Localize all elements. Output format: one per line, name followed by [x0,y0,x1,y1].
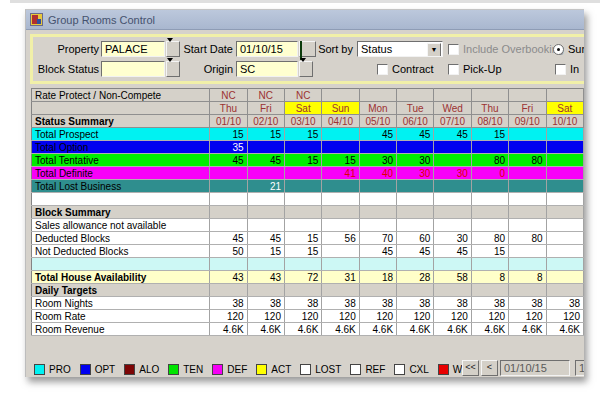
value-cell[interactable]: 38 [210,297,247,310]
value-cell[interactable] [509,167,546,180]
value-cell[interactable] [509,128,546,141]
value-cell[interactable] [546,284,583,297]
value-cell[interactable] [285,206,322,219]
value-cell[interactable]: 15 [471,128,508,141]
value-cell[interactable] [546,232,583,245]
pick-up-checkbox[interactable] [448,64,459,75]
start-date-field[interactable]: 01/10/15 [236,41,298,57]
value-cell[interactable] [285,193,322,206]
value-cell[interactable] [509,141,546,154]
value-cell[interactable]: 4.6K [285,323,322,336]
value-cell[interactable] [359,258,396,271]
value-cell[interactable]: 15 [471,245,508,258]
value-cell[interactable]: 4.6K [359,323,396,336]
value-cell[interactable] [285,219,322,232]
value-cell[interactable] [359,206,396,219]
value-cell[interactable]: 4.6K [210,323,247,336]
value-cell[interactable] [285,284,322,297]
value-cell[interactable]: 80 [471,154,508,167]
value-cell[interactable]: 38 [509,297,546,310]
value-cell[interactable]: 120 [285,310,322,323]
value-cell[interactable]: 15 [285,232,322,245]
value-cell[interactable] [285,258,322,271]
value-cell[interactable] [509,284,546,297]
value-cell[interactable] [210,167,247,180]
value-cell[interactable] [210,258,247,271]
value-cell[interactable]: 8 [471,271,508,284]
value-cell[interactable]: 15 [285,245,322,258]
value-cell[interactable] [546,154,583,167]
value-cell[interactable] [509,206,546,219]
value-cell[interactable]: 120 [546,310,583,323]
value-cell[interactable] [247,167,284,180]
clipped-checkbox[interactable] [555,64,566,75]
value-cell[interactable]: 38 [322,297,359,310]
value-cell[interactable] [359,219,396,232]
value-cell[interactable]: 43 [247,271,284,284]
value-cell[interactable] [397,219,434,232]
value-cell[interactable] [322,141,359,154]
sort-by-dropdown[interactable]: Status ▼ [357,41,443,57]
value-cell[interactable] [434,193,471,206]
value-cell[interactable] [285,180,322,193]
value-cell[interactable]: 120 [359,310,396,323]
value-cell[interactable]: 4.6K [471,323,508,336]
summary-radio[interactable] [553,44,564,55]
value-cell[interactable] [546,258,583,271]
value-cell[interactable] [322,219,359,232]
value-cell[interactable]: 58 [434,271,471,284]
title-bar[interactable]: Group Rooms Control [26,10,584,30]
value-cell[interactable] [471,219,508,232]
value-cell[interactable] [434,258,471,271]
value-cell[interactable]: 45 [247,232,284,245]
dropdown-arrow-icon[interactable]: ▼ [427,43,441,57]
value-cell[interactable] [247,141,284,154]
property-lov-button[interactable] [166,41,180,57]
value-cell[interactable]: 15 [285,154,322,167]
value-cell[interactable] [509,219,546,232]
value-cell[interactable]: 38 [285,297,322,310]
value-cell[interactable] [247,193,284,206]
value-cell[interactable] [546,245,583,258]
value-cell[interactable]: 4.6K [397,323,434,336]
value-cell[interactable] [397,180,434,193]
value-cell[interactable]: 45 [434,128,471,141]
value-cell[interactable]: 18 [359,271,396,284]
value-cell[interactable] [509,180,546,193]
value-cell[interactable]: 50 [210,245,247,258]
value-cell[interactable]: 4.6K [434,323,471,336]
value-cell[interactable]: 45 [210,154,247,167]
value-cell[interactable] [210,219,247,232]
value-cell[interactable]: 72 [285,271,322,284]
value-cell[interactable] [397,284,434,297]
value-cell[interactable]: 31 [322,271,359,284]
value-cell[interactable] [509,193,546,206]
value-cell[interactable] [471,180,508,193]
value-cell[interactable]: 120 [471,310,508,323]
scroll-first-button[interactable]: << [462,360,479,376]
value-cell[interactable] [322,258,359,271]
value-cell[interactable]: 4.6K [322,323,359,336]
value-cell[interactable] [434,206,471,219]
value-cell[interactable]: 38 [247,297,284,310]
value-cell[interactable] [434,154,471,167]
value-cell[interactable] [247,219,284,232]
value-cell[interactable]: 8 [509,271,546,284]
value-cell[interactable] [434,219,471,232]
value-cell[interactable]: 60 [397,232,434,245]
value-cell[interactable] [322,245,359,258]
value-cell[interactable]: 45 [397,128,434,141]
value-cell[interactable] [546,193,583,206]
value-cell[interactable]: 45 [359,245,396,258]
value-cell[interactable] [322,128,359,141]
value-cell[interactable] [434,180,471,193]
value-cell[interactable] [509,258,546,271]
value-cell[interactable] [546,128,583,141]
value-cell[interactable]: 38 [359,297,396,310]
value-cell[interactable] [247,284,284,297]
value-cell[interactable]: 30 [397,167,434,180]
value-cell[interactable]: 38 [397,297,434,310]
value-cell[interactable] [397,141,434,154]
value-cell[interactable]: 120 [247,310,284,323]
value-cell[interactable]: 120 [322,310,359,323]
